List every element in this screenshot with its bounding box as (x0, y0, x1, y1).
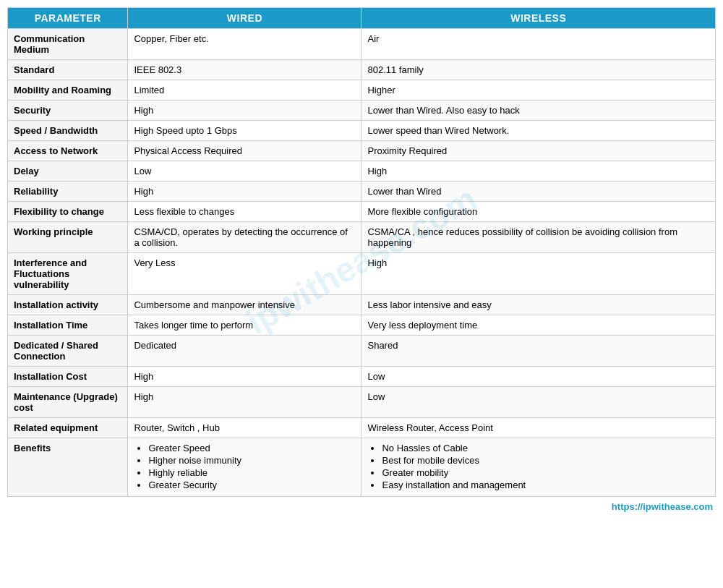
wireless-cell-benefits: No Hassles of CableBest for mobile devic… (362, 438, 716, 497)
list-item: Greater mobility (382, 467, 709, 478)
param-cell: Installation Time (8, 315, 128, 336)
comparison-table: PARAMETER WIRED WIRELESS Communication M… (7, 7, 716, 497)
wireless-cell: High (362, 253, 716, 295)
wireless-cell: Low (362, 387, 716, 418)
wireless-cell: High (362, 161, 716, 182)
wired-cell: IEEE 802.3 (128, 60, 362, 80)
table-row: Access to NetworkPhysical Access Require… (8, 141, 716, 161)
list-item: Greater Security (148, 480, 355, 490)
param-cell: Speed / Bandwidth (8, 121, 128, 141)
comparison-table-wrapper: ipwithease.com PARAMETER WIRED WIRELESS … (7, 7, 716, 514)
wired-cell: Takes longer time to perform (128, 315, 362, 336)
wireless-cell: Proximity Required (362, 141, 716, 161)
param-cell: Related equipment (8, 418, 128, 438)
header-wired: WIRED (128, 8, 362, 29)
wired-cell: High (128, 182, 362, 202)
table-row: Working principleCSMA/CD, operates by de… (8, 222, 716, 253)
wired-cell: Low (128, 161, 362, 182)
param-cell: Installation activity (8, 295, 128, 315)
param-cell: Flexibility to change (8, 202, 128, 222)
wired-cell-benefits: Greater SpeedHigher noise immunityHighly… (128, 438, 362, 497)
table-row: SecurityHighLower than Wired. Also easy … (8, 101, 716, 121)
wired-cell: Very Less (128, 253, 362, 295)
table-row: ReliabilityHighLower than Wired (8, 182, 716, 202)
table-row: Maintenance (Upgrade) costHighLow (8, 387, 716, 418)
wireless-cell: Low (362, 367, 716, 387)
table-row: Installation CostHighLow (8, 367, 716, 387)
wired-cell: Copper, Fiber etc. (128, 29, 362, 60)
param-cell: Reliability (8, 182, 128, 202)
list-item: No Hassles of Cable (382, 443, 709, 453)
wired-cell: High (128, 367, 362, 387)
wired-cell: High Speed upto 1 Gbps (128, 121, 362, 141)
param-cell: Security (8, 101, 128, 121)
param-cell: Mobility and Roaming (8, 80, 128, 101)
table-row: Flexibility to changeLess flexible to ch… (8, 202, 716, 222)
param-cell: Delay (8, 161, 128, 182)
list-item: Highly reliable (148, 467, 355, 478)
param-cell: Standard (8, 60, 128, 80)
table-row: Related equipmentRouter, Switch , HubWir… (8, 418, 716, 438)
table-row: Communication MediumCopper, Fiber etc.Ai… (8, 29, 716, 60)
wireless-cell: CSMA/CA , hence reduces possibility of c… (362, 222, 716, 253)
wireless-cell: Lower than Wired. Also easy to hack (362, 101, 716, 121)
wireless-cell: Lower speed than Wired Network. (362, 121, 716, 141)
wireless-cell: Lower than Wired (362, 182, 716, 202)
table-row: Interference and Fluctuations vulnerabil… (8, 253, 716, 295)
list-item: Easy installation and management (382, 480, 709, 490)
table-row: DelayLowHigh (8, 161, 716, 182)
wired-cell: Physical Access Required (128, 141, 362, 161)
wired-cell: CSMA/CD, operates by detecting the occur… (128, 222, 362, 253)
param-cell: Access to Network (8, 141, 128, 161)
table-row: Mobility and RoamingLimitedHigher (8, 80, 716, 101)
wired-cell: High (128, 101, 362, 121)
wired-cell: High (128, 387, 362, 418)
list-item: Higher noise immunity (148, 455, 355, 466)
wireless-cell: Less labor intensive and easy (362, 295, 716, 315)
wired-cell: Dedicated (128, 336, 362, 367)
table-row: Installation TimeTakes longer time to pe… (8, 315, 716, 336)
wireless-cell: 802.11 family (362, 60, 716, 80)
wired-cell: Router, Switch , Hub (128, 418, 362, 438)
table-row: Speed / BandwidthHigh Speed upto 1 GbpsL… (8, 121, 716, 141)
table-row: Installation activityCumbersome and manp… (8, 295, 716, 315)
wired-cell: Limited (128, 80, 362, 101)
table-row: StandardIEEE 802.3802.11 family (8, 60, 716, 80)
param-cell: Communication Medium (8, 29, 128, 60)
wireless-cell: Air (362, 29, 716, 60)
header-parameter: PARAMETER (8, 8, 128, 29)
list-item: Best for mobile devices (382, 455, 709, 466)
footer-url[interactable]: https://ipwithease.com (7, 497, 716, 514)
wireless-cell: Shared (362, 336, 716, 367)
wired-cell: Less flexible to changes (128, 202, 362, 222)
table-row: Dedicated / Shared ConnectionDedicatedSh… (8, 336, 716, 367)
param-cell: Dedicated / Shared Connection (8, 336, 128, 367)
wireless-cell: Wireless Router, Access Point (362, 418, 716, 438)
param-cell: Installation Cost (8, 367, 128, 387)
list-item: Greater Speed (148, 443, 355, 453)
header-wireless: WIRELESS (362, 8, 716, 29)
wireless-cell: Very less deployment time (362, 315, 716, 336)
param-cell: Working principle (8, 222, 128, 253)
wireless-cell: More flexible configuration (362, 202, 716, 222)
wireless-cell: Higher (362, 80, 716, 101)
param-cell: Maintenance (Upgrade) cost (8, 387, 128, 418)
table-row-benefits: BenefitsGreater SpeedHigher noise immuni… (8, 438, 716, 497)
param-cell-benefits: Benefits (8, 438, 128, 497)
wired-cell: Cumbersome and manpower intensive (128, 295, 362, 315)
param-cell: Interference and Fluctuations vulnerabil… (8, 253, 128, 295)
